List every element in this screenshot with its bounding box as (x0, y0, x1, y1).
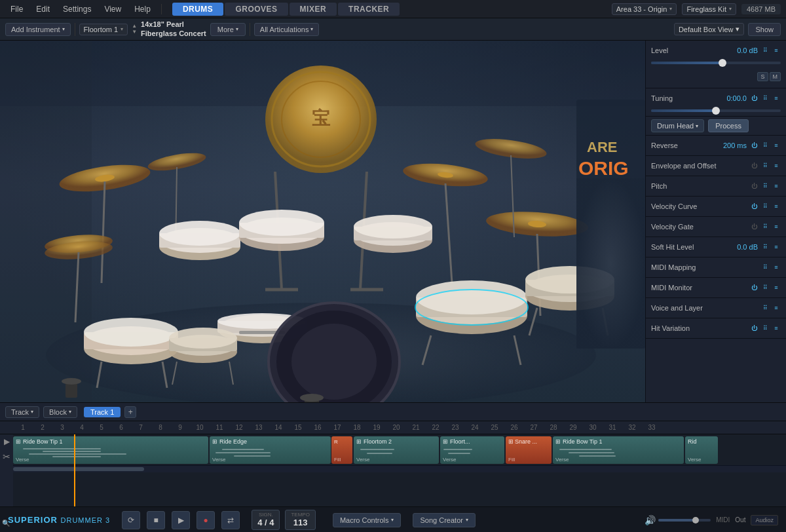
pitch-power-icon[interactable]: ⏻ (749, 181, 758, 191)
main-layout: 宝 (0, 41, 786, 402)
sign-block[interactable]: Sign. 4 / 4 (252, 510, 280, 530)
voice-layer-drag-icon[interactable]: ⠿ (760, 303, 770, 313)
vel-gate-power-icon[interactable]: ⏻ (749, 222, 758, 231)
song-creator-button[interactable]: Song Creator ▾ (413, 513, 475, 527)
tuning-slider[interactable] (651, 109, 781, 112)
mute-button[interactable]: M (770, 72, 781, 81)
vel-gate-menu-icon[interactable]: ≡ (772, 222, 781, 231)
level-drag-icon[interactable]: ⠿ (760, 46, 770, 55)
menu-edit[interactable]: Edit (31, 3, 55, 15)
midi-mon-power-icon[interactable]: ⏻ (749, 283, 758, 292)
vel-curve-drag-icon[interactable]: ⠿ (760, 202, 770, 211)
top-right-controls: Area 33 - Origin ▾ Fireglass Kit ▾ 4687 … (612, 3, 781, 15)
level-slider[interactable] (651, 62, 781, 64)
tuning-menu-icon[interactable]: ≡ (772, 94, 781, 103)
block-body: Verse (440, 447, 504, 464)
articulations-selector[interactable]: All Articulations ▾ (254, 23, 320, 36)
soft-hit-drag-icon[interactable]: ⠿ (760, 242, 770, 252)
hit-var-menu-icon[interactable]: ≡ (772, 324, 781, 333)
track-block-snare-fill[interactable]: ⊞ Snare ... Fill (506, 436, 552, 464)
master-volume-slider[interactable] (658, 519, 711, 522)
voice-layer-menu-icon[interactable]: ≡ (772, 303, 781, 313)
tuning-drag-icon[interactable]: ⠿ (760, 94, 770, 103)
kit-selector[interactable]: Fireglass Kit ▾ (682, 3, 736, 15)
hit-var-power-icon[interactable]: ⏻ (749, 324, 758, 333)
show-button[interactable]: Show (748, 23, 781, 36)
menu-file[interactable]: File (5, 3, 28, 15)
track-block-r-fill[interactable]: R Fill (331, 436, 352, 464)
tab-grooves[interactable]: GROOVES (225, 3, 288, 16)
rewind-button[interactable]: ⟳ (122, 511, 140, 529)
track-tab[interactable]: Track ▾ (5, 406, 39, 418)
midi-map-menu-icon[interactable]: ≡ (772, 263, 781, 272)
vel-gate-drag-icon[interactable]: ⠿ (760, 222, 770, 231)
block-body: Fill (331, 447, 352, 464)
instrument-name[interactable]: 14x18" Pearl Fiberglass Concert (141, 20, 206, 37)
add-instrument-button[interactable]: Add Instrument ▾ (5, 23, 71, 36)
reverse-row: Reverse 200 ms ⏻ ⠿ ≡ (646, 136, 786, 155)
view-chevron-icon: ▾ (736, 25, 739, 33)
timeline-num-10: 10 (190, 421, 210, 434)
midi-map-drag-icon[interactable]: ⠿ (760, 263, 770, 272)
envelope-power-icon[interactable]: ⏻ (749, 161, 758, 170)
block-tag: Verse (16, 457, 29, 463)
view-selector[interactable]: Default Box View ▾ (674, 23, 745, 35)
hit-var-drag-icon[interactable]: ⠿ (760, 324, 770, 333)
play-button[interactable]: ▶ (172, 511, 190, 529)
pitch-drag-icon[interactable]: ⠿ (760, 181, 770, 191)
menu-settings[interactable]: Settings (58, 3, 96, 15)
tuning-power-icon[interactable]: ⏻ (749, 94, 758, 103)
block-tag: Fill (508, 457, 515, 463)
timeline-num-21: 21 (406, 421, 426, 434)
block-tag: Verse (443, 457, 456, 463)
level-menu-icon[interactable]: ≡ (772, 46, 781, 55)
solo-button[interactable]: S (757, 72, 768, 81)
area-selector[interactable]: Area 33 - Origin ▾ (612, 3, 677, 15)
reverse-drag-icon[interactable]: ⠿ (760, 141, 770, 150)
drum-head-selector[interactable]: Drum Head ▾ (651, 119, 704, 132)
timeline-num-8: 8 (151, 421, 170, 434)
track-block-ride-edge[interactable]: ⊞ Ride Edge Verse (210, 436, 331, 464)
up-down-arrows[interactable]: ▲ ▼ (132, 24, 137, 35)
velocity-curve-label: Velocity Curve (651, 202, 747, 210)
block-tab[interactable]: Block ▾ (43, 406, 77, 418)
scrollbar-thumb[interactable] (13, 467, 144, 471)
scissors-tool-icon[interactable]: ✂ (3, 451, 10, 462)
midi-mon-menu-icon[interactable]: ≡ (772, 283, 781, 292)
stop-button[interactable]: ■ (147, 511, 165, 529)
block-fold-icon: ⊞ (356, 438, 362, 445)
envelope-drag-icon[interactable]: ⠿ (760, 161, 770, 170)
menu-view[interactable]: View (99, 3, 126, 15)
macro-controls-button[interactable]: Macro Controls ▾ (333, 513, 402, 527)
loop-button[interactable]: ⇄ (221, 511, 240, 529)
vel-curve-menu-icon[interactable]: ≡ (772, 202, 781, 211)
track-block-rid-end[interactable]: Rid Verse (685, 436, 718, 464)
more-button[interactable]: More ▾ (210, 23, 246, 36)
pointer-tool-icon[interactable]: ▶ (4, 437, 10, 446)
envelope-menu-icon[interactable]: ≡ (772, 161, 781, 170)
reverse-menu-icon[interactable]: ≡ (772, 141, 781, 150)
tab-mixer[interactable]: MIXER (290, 3, 337, 16)
floortom-selector[interactable]: Floortom 1 ▾ (79, 24, 128, 35)
velocity-curve-row: Velocity Curve ⏻ ⠿ ≡ (646, 197, 786, 216)
track-block-ride-bow-tip-2[interactable]: ⊞ Ride Bow Tip 1 Verse (553, 436, 684, 464)
process-button[interactable]: Process (708, 119, 749, 132)
timeline-num-27: 27 (524, 421, 544, 434)
add-track-button[interactable]: + (124, 406, 136, 418)
record-button[interactable]: ● (196, 511, 215, 529)
block-body: Verse (553, 447, 684, 464)
pitch-menu-icon[interactable]: ≡ (772, 181, 781, 191)
block-tag: Verse (555, 457, 569, 463)
tempo-block[interactable]: Tempo 113 (285, 510, 315, 530)
midi-label: MIDI (716, 516, 730, 523)
vel-curve-power-icon[interactable]: ⏻ (749, 202, 758, 211)
menu-help[interactable]: Help (129, 3, 156, 15)
tab-tracker[interactable]: TRACKER (338, 3, 400, 16)
tab-drums[interactable]: DRUMS (172, 3, 224, 16)
reverse-power-icon[interactable]: ⏻ (749, 141, 758, 150)
soft-hit-menu-icon[interactable]: ≡ (772, 242, 781, 252)
track-block-floortom-verse[interactable]: ⊞ Floort... Verse (440, 436, 504, 464)
midi-mon-drag-icon[interactable]: ⠿ (760, 283, 770, 292)
track-block-floortom-2[interactable]: ⊞ Floortom 2 Verse (354, 436, 439, 464)
track-block-ride-bow-tip-1[interactable]: ⊞ Ride Bow Tip 1 Verse (13, 436, 208, 464)
